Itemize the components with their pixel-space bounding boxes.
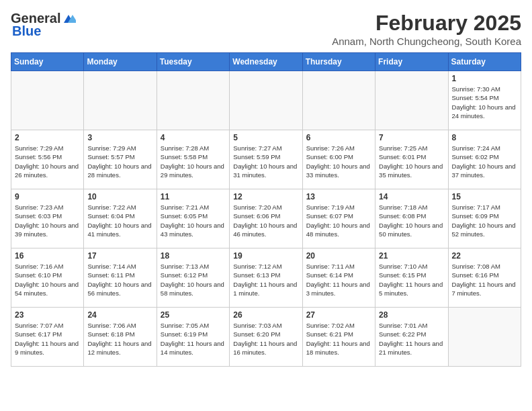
day-info: Sunrise: 7:13 AM Sunset: 6:12 PM Dayligh… <box>161 262 226 298</box>
calendar-cell: 9Sunrise: 7:23 AM Sunset: 6:03 PM Daylig… <box>11 189 84 248</box>
day-info: Sunrise: 7:27 AM Sunset: 5:59 PM Dayligh… <box>233 144 298 179</box>
day-number: 20 <box>306 251 371 261</box>
calendar-cell: 8Sunrise: 7:24 AM Sunset: 6:02 PM Daylig… <box>448 130 521 189</box>
day-number: 17 <box>87 251 152 261</box>
day-info: Sunrise: 7:26 AM Sunset: 6:00 PM Dayligh… <box>306 144 371 179</box>
calendar-cell: 12Sunrise: 7:20 AM Sunset: 6:06 PM Dayli… <box>230 189 302 248</box>
day-number: 9 <box>15 192 80 201</box>
calendar-cell <box>84 71 157 130</box>
calendar-cell: 24Sunrise: 7:06 AM Sunset: 6:18 PM Dayli… <box>84 308 157 367</box>
calendar-cell: 10Sunrise: 7:22 AM Sunset: 6:04 PM Dayli… <box>84 189 157 248</box>
day-info: Sunrise: 7:24 AM Sunset: 6:02 PM Dayligh… <box>452 144 517 179</box>
calendar-cell: 28Sunrise: 7:01 AM Sunset: 6:22 PM Dayli… <box>375 308 448 367</box>
day-info: Sunrise: 7:18 AM Sunset: 6:08 PM Dayligh… <box>379 203 444 238</box>
day-number: 1 <box>452 74 517 83</box>
calendar-cell <box>230 71 302 130</box>
day-info: Sunrise: 7:21 AM Sunset: 6:05 PM Dayligh… <box>161 203 226 238</box>
day-number: 23 <box>15 310 80 320</box>
day-info: Sunrise: 7:16 AM Sunset: 6:10 PM Dayligh… <box>15 262 80 298</box>
day-info: Sunrise: 7:10 AM Sunset: 6:15 PM Dayligh… <box>379 262 444 298</box>
weekday-header-tuesday: Tuesday <box>157 53 229 71</box>
weekday-header-saturday: Saturday <box>448 53 521 71</box>
calendar-cell: 7Sunrise: 7:25 AM Sunset: 6:01 PM Daylig… <box>375 130 448 189</box>
day-info: Sunrise: 7:22 AM Sunset: 6:04 PM Dayligh… <box>87 203 152 238</box>
calendar-cell: 13Sunrise: 7:19 AM Sunset: 6:07 PM Dayli… <box>302 189 375 248</box>
day-info: Sunrise: 7:11 AM Sunset: 6:14 PM Dayligh… <box>306 262 371 298</box>
day-number: 27 <box>306 310 371 320</box>
day-number: 28 <box>379 310 444 320</box>
day-number: 13 <box>306 192 371 201</box>
day-number: 25 <box>161 310 226 320</box>
calendar-cell: 18Sunrise: 7:13 AM Sunset: 6:12 PM Dayli… <box>157 248 229 308</box>
calendar-cell: 16Sunrise: 7:16 AM Sunset: 6:10 PM Dayli… <box>11 248 84 308</box>
day-info: Sunrise: 7:29 AM Sunset: 5:57 PM Dayligh… <box>87 144 152 179</box>
day-number: 6 <box>306 133 371 142</box>
weekday-header-friday: Friday <box>375 53 448 71</box>
day-number: 7 <box>379 133 444 142</box>
logo-blue-text: Blue <box>12 24 41 39</box>
weekday-header-thursday: Thursday <box>302 53 375 71</box>
calendar-cell: 2Sunrise: 7:29 AM Sunset: 5:56 PM Daylig… <box>11 130 84 189</box>
calendar-table: SundayMondayTuesdayWednesdayThursdayFrid… <box>11 52 521 367</box>
calendar-cell: 11Sunrise: 7:21 AM Sunset: 6:05 PM Dayli… <box>157 189 229 248</box>
day-info: Sunrise: 7:01 AM Sunset: 6:22 PM Dayligh… <box>379 321 444 357</box>
day-info: Sunrise: 7:30 AM Sunset: 5:54 PM Dayligh… <box>452 85 517 120</box>
calendar-week-row-5: 23Sunrise: 7:07 AM Sunset: 6:17 PM Dayli… <box>11 308 521 367</box>
day-info: Sunrise: 7:02 AM Sunset: 6:21 PM Dayligh… <box>306 321 371 357</box>
day-number: 15 <box>452 192 517 201</box>
day-number: 14 <box>379 192 444 201</box>
day-info: Sunrise: 7:29 AM Sunset: 5:56 PM Dayligh… <box>15 144 80 179</box>
day-info: Sunrise: 7:19 AM Sunset: 6:07 PM Dayligh… <box>306 203 371 238</box>
day-number: 10 <box>87 192 152 201</box>
calendar-cell: 4Sunrise: 7:28 AM Sunset: 5:58 PM Daylig… <box>157 130 229 189</box>
day-info: Sunrise: 7:07 AM Sunset: 6:17 PM Dayligh… <box>15 321 80 357</box>
calendar-week-row-1: 1Sunrise: 7:30 AM Sunset: 5:54 PM Daylig… <box>11 71 521 130</box>
day-number: 12 <box>233 192 298 201</box>
day-number: 2 <box>15 133 80 142</box>
calendar-cell: 26Sunrise: 7:03 AM Sunset: 6:20 PM Dayli… <box>230 308 302 367</box>
calendar-cell: 5Sunrise: 7:27 AM Sunset: 5:59 PM Daylig… <box>230 130 302 189</box>
calendar-cell: 21Sunrise: 7:10 AM Sunset: 6:15 PM Dayli… <box>375 248 448 308</box>
logo-icon <box>61 13 76 26</box>
weekday-header-row: SundayMondayTuesdayWednesdayThursdayFrid… <box>11 53 521 71</box>
day-number: 4 <box>161 133 226 142</box>
weekday-header-sunday: Sunday <box>11 53 84 71</box>
calendar-cell: 14Sunrise: 7:18 AM Sunset: 6:08 PM Dayli… <box>375 189 448 248</box>
calendar-cell <box>302 71 375 130</box>
day-info: Sunrise: 7:05 AM Sunset: 6:19 PM Dayligh… <box>161 321 226 357</box>
weekday-header-monday: Monday <box>84 53 157 71</box>
calendar-cell <box>11 71 84 130</box>
day-info: Sunrise: 7:12 AM Sunset: 6:13 PM Dayligh… <box>233 262 298 298</box>
day-info: Sunrise: 7:20 AM Sunset: 6:06 PM Dayligh… <box>233 203 298 238</box>
logo: General Blue <box>11 11 77 39</box>
calendar-cell: 3Sunrise: 7:29 AM Sunset: 5:57 PM Daylig… <box>84 130 157 189</box>
day-number: 21 <box>379 251 444 261</box>
day-info: Sunrise: 7:25 AM Sunset: 6:01 PM Dayligh… <box>379 144 444 179</box>
calendar-cell: 6Sunrise: 7:26 AM Sunset: 6:00 PM Daylig… <box>302 130 375 189</box>
day-number: 24 <box>87 310 152 320</box>
day-info: Sunrise: 7:03 AM Sunset: 6:20 PM Dayligh… <box>233 321 298 357</box>
calendar-cell <box>375 71 448 130</box>
location-subtitle: Annam, North Chungcheong, South Korea <box>332 36 521 47</box>
day-number: 19 <box>233 251 298 261</box>
calendar-week-row-3: 9Sunrise: 7:23 AM Sunset: 6:03 PM Daylig… <box>11 189 521 248</box>
calendar-cell <box>448 308 521 367</box>
calendar-cell: 23Sunrise: 7:07 AM Sunset: 6:17 PM Dayli… <box>11 308 84 367</box>
title-area: February 2025 Annam, North Chungcheong, … <box>332 11 521 47</box>
day-info: Sunrise: 7:28 AM Sunset: 5:58 PM Dayligh… <box>161 144 226 179</box>
day-info: Sunrise: 7:08 AM Sunset: 6:16 PM Dayligh… <box>452 262 517 298</box>
day-number: 8 <box>452 133 517 142</box>
weekday-header-wednesday: Wednesday <box>230 53 302 71</box>
day-number: 22 <box>452 251 517 261</box>
calendar-cell: 25Sunrise: 7:05 AM Sunset: 6:19 PM Dayli… <box>157 308 229 367</box>
calendar-cell: 22Sunrise: 7:08 AM Sunset: 6:16 PM Dayli… <box>448 248 521 308</box>
calendar-cell: 20Sunrise: 7:11 AM Sunset: 6:14 PM Dayli… <box>302 248 375 308</box>
day-number: 26 <box>233 310 298 320</box>
month-year-title: February 2025 <box>332 11 521 36</box>
day-info: Sunrise: 7:06 AM Sunset: 6:18 PM Dayligh… <box>87 321 152 357</box>
page-header: General Blue February 2025 Annam, North … <box>11 11 521 47</box>
day-number: 18 <box>161 251 226 261</box>
calendar-cell: 27Sunrise: 7:02 AM Sunset: 6:21 PM Dayli… <box>302 308 375 367</box>
day-info: Sunrise: 7:23 AM Sunset: 6:03 PM Dayligh… <box>15 203 80 238</box>
day-info: Sunrise: 7:14 AM Sunset: 6:11 PM Dayligh… <box>87 262 152 298</box>
